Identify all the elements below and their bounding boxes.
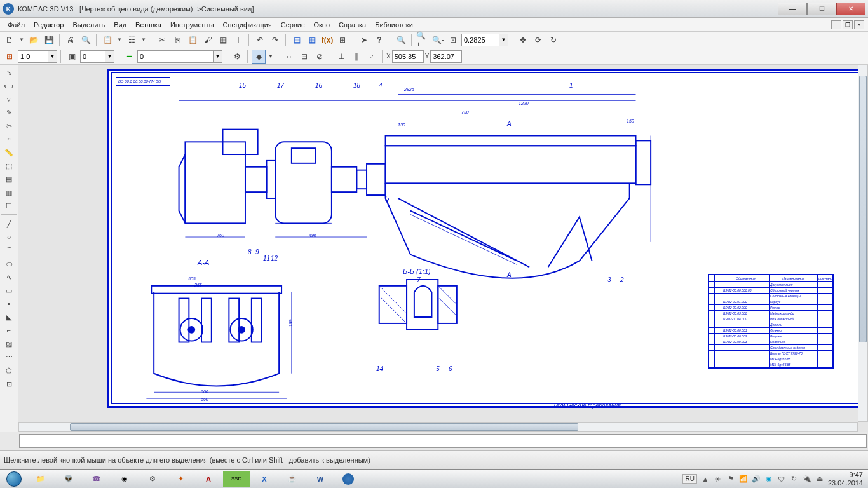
start-button[interactable] xyxy=(1,470,27,488)
language-indicator[interactable]: RU xyxy=(682,474,696,484)
aux-tool-icon[interactable]: ⋯ xyxy=(1,351,17,363)
pan-icon[interactable]: ✥ xyxy=(516,33,530,47)
command-input[interactable] xyxy=(19,434,867,448)
dropdown-arrow-icon[interactable]: ▼ xyxy=(116,33,123,47)
linestyle-icon[interactable]: ━ xyxy=(122,50,136,64)
scale-input[interactable] xyxy=(18,50,48,63)
edit-panel-icon[interactable]: ✂ xyxy=(1,119,17,132)
menu-edit[interactable]: Редактор xyxy=(30,20,67,30)
dropdown-arrow-icon[interactable]: ▼ xyxy=(48,50,57,63)
mdi-restore[interactable]: ❐ xyxy=(843,20,853,29)
menu-view[interactable]: Вид xyxy=(110,20,130,30)
line-tool-icon[interactable]: ╱ xyxy=(1,217,17,230)
dropdown-arrow-icon[interactable]: ▼ xyxy=(140,33,147,47)
task-wot-icon[interactable]: ⚙ xyxy=(139,471,166,487)
refresh-icon[interactable]: ↻ xyxy=(546,33,560,47)
perpend-icon[interactable]: ⊥ xyxy=(334,50,348,64)
dropdown-arrow-icon[interactable]: ▼ xyxy=(18,33,25,47)
menu-tools[interactable]: Инструменты xyxy=(166,20,218,30)
coord-x-input[interactable] xyxy=(392,50,424,63)
close-button[interactable]: ✕ xyxy=(836,3,865,15)
task-x-icon[interactable]: X xyxy=(251,471,278,487)
menu-file[interactable]: Файл xyxy=(4,20,29,30)
mdi-close[interactable]: × xyxy=(854,20,864,29)
menu-window[interactable]: Окно xyxy=(309,20,334,30)
hatch-icon[interactable]: ⊘ xyxy=(313,50,327,64)
task-chrome-icon[interactable]: ◉ xyxy=(111,471,138,487)
menu-libs[interactable]: Библиотеки xyxy=(371,20,417,30)
text-panel-icon[interactable]: ✎ xyxy=(1,106,17,119)
spec-icon[interactable]: 📋 xyxy=(100,33,114,47)
denotations-panel-icon[interactable]: ▿ xyxy=(1,93,17,105)
rotate-icon[interactable]: ⟳ xyxy=(531,33,545,47)
parallel-icon[interactable]: ∥ xyxy=(349,50,363,64)
horizontal-scrollbar[interactable] xyxy=(18,422,858,432)
tool-icon[interactable]: ⚙ xyxy=(230,50,244,64)
text-icon[interactable]: T xyxy=(231,33,245,47)
zoom-out-icon[interactable]: 🔍- xyxy=(431,33,445,47)
task-app2-icon[interactable]: ✦ xyxy=(167,471,194,487)
print-icon[interactable]: 🖨 xyxy=(64,33,78,47)
arc-tool-icon[interactable]: ⌒ xyxy=(1,244,17,257)
coord-y-input[interactable] xyxy=(430,50,462,63)
tray-app-icon[interactable]: ◉ xyxy=(764,475,773,484)
tangent-icon[interactable]: ⟋ xyxy=(365,50,379,64)
menu-help[interactable]: Справка xyxy=(335,20,370,30)
views-icon[interactable]: ▦ xyxy=(305,33,319,47)
tray-up-icon[interactable]: ▲ xyxy=(701,475,710,484)
cut-icon[interactable]: ✂ xyxy=(155,33,169,47)
task-explorer-icon[interactable]: 📁 xyxy=(27,471,54,487)
point-tool-icon[interactable]: • xyxy=(1,297,17,310)
task-app-icon[interactable]: 👽 xyxy=(55,471,82,487)
minimize-button[interactable]: — xyxy=(778,3,807,15)
layers-icon[interactable]: ▤ xyxy=(290,33,304,47)
snap-icon[interactable]: ⊞ xyxy=(3,50,17,64)
dimensions-panel-icon[interactable]: ⟷ xyxy=(1,79,17,92)
menu-spec[interactable]: Спецификация xyxy=(219,20,276,30)
layer-input[interactable] xyxy=(80,50,105,63)
dropdown-arrow-icon[interactable]: ▼ xyxy=(105,50,114,63)
ortho-icon[interactable]: ◆ xyxy=(252,50,266,64)
fillet-tool-icon[interactable]: ⌐ xyxy=(1,324,17,337)
undo-icon[interactable]: ↶ xyxy=(253,33,267,47)
dropdown-arrow-icon[interactable]: ▼ xyxy=(499,34,508,46)
task-word-icon[interactable]: W xyxy=(307,471,334,487)
fx-icon[interactable]: f(x) xyxy=(320,33,334,47)
redo-icon[interactable]: ↷ xyxy=(268,33,282,47)
task-viber-icon[interactable]: ☎ xyxy=(83,471,110,487)
polygon-tool-icon[interactable]: ⬠ xyxy=(1,364,17,377)
dropdown-arrow-icon[interactable]: ▼ xyxy=(267,50,275,64)
task-app3-icon[interactable]: ☕ xyxy=(279,471,306,487)
linestyle-input[interactable] xyxy=(137,50,214,63)
tray-volume-icon[interactable]: 🔊 xyxy=(752,475,761,484)
spline-tool-icon[interactable]: ∿ xyxy=(1,271,17,283)
circle-tool-icon[interactable]: ○ xyxy=(1,231,17,243)
measure-panel-icon[interactable]: 📏 xyxy=(1,146,17,159)
chamfer-tool-icon[interactable]: ◣ xyxy=(1,311,17,323)
hatch-tool-icon[interactable]: ▨ xyxy=(1,337,17,350)
task-ssd-icon[interactable]: SSD xyxy=(223,471,250,487)
rect-tool-icon[interactable]: ▭ xyxy=(1,284,17,297)
new-icon[interactable]: 🗋 xyxy=(3,33,17,47)
zoom-in-icon[interactable]: 🔍+ xyxy=(416,33,430,47)
spec-panel-icon[interactable]: ▤ xyxy=(1,173,17,186)
zoom-fit-icon[interactable]: 🔍 xyxy=(394,33,408,47)
menu-insert[interactable]: Вставка xyxy=(132,20,165,30)
clock[interactable]: 9:47 23.04.2014 xyxy=(828,471,863,486)
tray-sync-icon[interactable]: ↻ xyxy=(790,475,799,484)
zoom-window-icon[interactable]: ⊡ xyxy=(446,33,460,47)
ellipse-tool-icon[interactable]: ⬭ xyxy=(1,257,17,270)
dim-icon[interactable]: ↔ xyxy=(282,50,296,64)
tray-power-icon[interactable]: 🔌 xyxy=(803,475,811,484)
tray-shield-icon[interactable]: 🛡 xyxy=(777,475,786,484)
maximize-button[interactable]: ☐ xyxy=(807,3,836,15)
align-icon[interactable]: ⊟ xyxy=(297,50,311,64)
drawing-canvas[interactable]: ВО 00.0 00.00.00-ГМ ВО xyxy=(18,65,868,432)
variable-icon[interactable]: ⊞ xyxy=(336,33,349,47)
layer-state-icon[interactable]: ▣ xyxy=(65,50,79,64)
tray-flag-icon[interactable]: ⚑ xyxy=(726,475,735,484)
menu-select[interactable]: Выделить xyxy=(69,20,109,30)
reports-panel-icon[interactable]: ▥ xyxy=(1,186,17,199)
menu-service[interactable]: Сервис xyxy=(277,20,309,30)
tray-eject-icon[interactable]: ⏏ xyxy=(815,475,824,484)
